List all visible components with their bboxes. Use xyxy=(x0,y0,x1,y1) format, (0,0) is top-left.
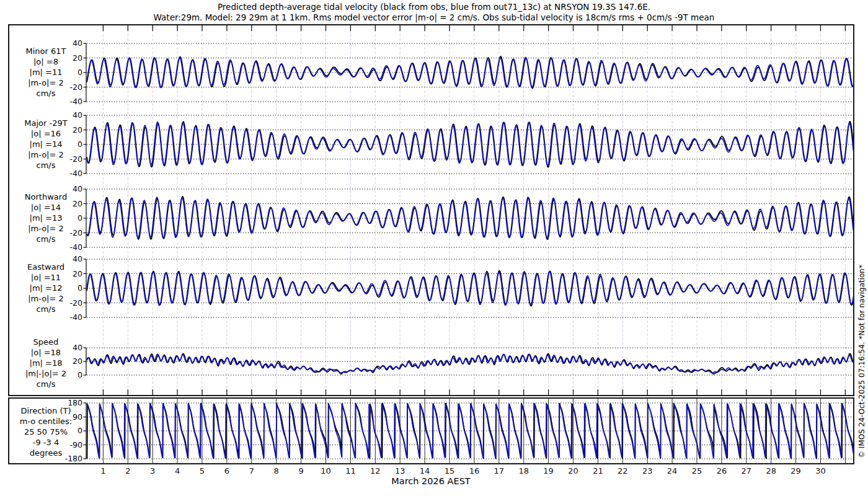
obs-rms: |o| =11 xyxy=(9,272,83,283)
x-tick-label: 30 xyxy=(815,466,826,476)
x-tick-label: 24 xyxy=(667,466,678,476)
panel-title: Speed xyxy=(9,337,83,347)
tidal-velocity-figure: Predicted depth-average tidal velocity (… xyxy=(0,0,868,496)
unit-label: cm/s xyxy=(9,234,83,244)
x-tick-label: 16 xyxy=(469,466,480,476)
x-tick-label: 15 xyxy=(445,466,455,476)
panel-label-major: Major -29T |o| =16 |m| =14 |m-o|= 2 cm/s xyxy=(9,118,83,170)
obs-rms: |o| =16 xyxy=(9,128,83,139)
x-tick-label: 11 xyxy=(345,466,356,476)
unit-label: cm/s xyxy=(9,379,83,389)
panel-title: Direction (T) xyxy=(9,405,83,416)
model-rms: |m| =14 xyxy=(9,139,83,149)
panel-title: Major -29T xyxy=(9,118,83,128)
model-rms: |m| =18 xyxy=(9,358,83,368)
x-tick-label: 8 xyxy=(274,466,279,476)
x-tick-label: 23 xyxy=(642,466,653,476)
x-tick-label: 18 xyxy=(518,466,529,476)
panel-title: Minor 61T xyxy=(9,46,83,56)
x-tick-label: 20 xyxy=(568,466,578,476)
panel-label-eastward: Eastward |o| =11 |m| =12 |m-o|= 2 cm/s xyxy=(9,262,83,314)
x-tick-label: 22 xyxy=(618,466,628,476)
x-tick-label: 3 xyxy=(150,466,155,476)
obs-rms: |o| =8 xyxy=(9,56,83,67)
x-tick-label: 9 xyxy=(298,466,303,476)
x-tick-label: 12 xyxy=(370,466,381,476)
x-tick-label: 19 xyxy=(543,466,554,476)
panel-label-minor: Minor 61T |o| =8 |m| =11 |m-o|= 2 cm/s xyxy=(9,46,83,99)
panel-label-speed: Speed |o| =18 |m| =18 |m|-|o|= 2 cm/s xyxy=(9,337,83,389)
x-tick-label: 25 xyxy=(692,466,702,476)
x-tick-label: 21 xyxy=(593,466,603,476)
panel-title: Eastward xyxy=(9,262,83,272)
x-tick-label: 1 xyxy=(100,466,105,476)
obs-rms: |o| =14 xyxy=(9,202,83,213)
x-tick-label: 10 xyxy=(321,466,331,476)
unit-label: cm/s xyxy=(9,88,83,99)
x-tick-label: 28 xyxy=(766,466,776,476)
x-tick-label: 4 xyxy=(175,466,180,476)
panel-title: Northward xyxy=(9,192,83,202)
x-tick-label: 27 xyxy=(742,466,752,476)
x-tick-label: 14 xyxy=(420,466,430,476)
velocity-panels-box xyxy=(9,25,854,396)
error-rms: |m-o|= 2 xyxy=(9,78,83,88)
model-rms: |m| =11 xyxy=(9,67,83,78)
error-rms: |m-o|= 2 xyxy=(9,149,83,160)
centiles-caption: m-o centiles: xyxy=(9,416,83,427)
x-tick-label: 29 xyxy=(790,466,801,476)
plot-canvas: 40200-20-4040200-20-4040200-20-4040200-2… xyxy=(0,0,868,496)
model-rms: |m| =12 xyxy=(9,283,83,293)
x-tick-label: 26 xyxy=(717,466,727,476)
x-tick-label: 13 xyxy=(395,466,405,476)
panel-label-direction: Direction (T) m-o centiles: 25 50 75% -9… xyxy=(9,405,83,458)
unit-label: cm/s xyxy=(9,160,83,170)
unit-label: cm/s xyxy=(9,304,83,314)
obs-rms: |o| =18 xyxy=(9,347,83,358)
x-tick-label: 5 xyxy=(200,466,205,476)
x-axis-label: March 2026 AEST xyxy=(183,476,679,486)
error-rms: |m|-|o|= 2 xyxy=(9,368,83,379)
panel-label-northward: Northward |o| =14 |m| =13 |m-o|= 2 cm/s xyxy=(9,192,83,244)
x-tick-label: 6 xyxy=(224,466,229,476)
centiles-values: -9 -3 4 xyxy=(9,437,83,448)
x-tick-label: 2 xyxy=(125,466,130,476)
error-rms: |m-o|= 2 xyxy=(9,293,83,304)
centiles-levels: 25 50 75% xyxy=(9,427,83,437)
model-rms: |m| =13 xyxy=(9,213,83,223)
watermark: © IMOS 24-Oct-2025 07:16:54. *Not for na… xyxy=(857,237,866,485)
unit-label: degrees xyxy=(9,448,83,458)
error-rms: |m-o|= 2 xyxy=(9,223,83,234)
x-tick-label: 7 xyxy=(249,466,254,476)
x-tick-label: 17 xyxy=(494,466,505,476)
